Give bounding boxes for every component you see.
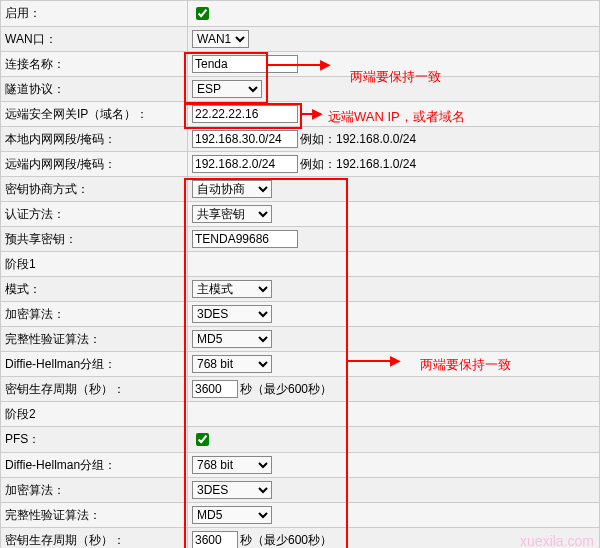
- label-tunnel-proto: 隧道协议：: [1, 77, 188, 102]
- select-dh-group[interactable]: 768 bit: [192, 355, 272, 373]
- select-enc-algo[interactable]: 3DES: [192, 305, 272, 323]
- label-enc-algo2: 加密算法：: [1, 478, 188, 503]
- label-local-net: 本地内网网段/掩码：: [1, 127, 188, 152]
- hint-remote-net: 例如：192.168.1.0/24: [300, 157, 416, 171]
- label-phase1: 阶段1: [1, 252, 188, 277]
- input-remote-net[interactable]: [192, 155, 298, 173]
- label-dh-group: Diffie-Hellman分组：: [1, 352, 188, 377]
- label-enc-algo: 加密算法：: [1, 302, 188, 327]
- hint-key-life2: 秒（最少600秒）: [240, 533, 332, 547]
- input-key-life[interactable]: [192, 380, 238, 398]
- checkbox-pfs[interactable]: [196, 433, 209, 446]
- label-remote-net: 远端内网网段/掩码：: [1, 152, 188, 177]
- select-key-nego[interactable]: 自动协商: [192, 180, 272, 198]
- select-hash-algo2[interactable]: MD5: [192, 506, 272, 524]
- label-wan: WAN口：: [1, 27, 188, 52]
- checkbox-enable[interactable]: [196, 7, 209, 20]
- label-psk: 预共享密钥：: [1, 227, 188, 252]
- label-hash-algo2: 完整性验证算法：: [1, 503, 188, 528]
- input-remote-gw[interactable]: [192, 105, 298, 123]
- select-hash-algo[interactable]: MD5: [192, 330, 272, 348]
- label-remote-gw: 远端安全网关IP（域名）：: [1, 102, 188, 127]
- label-mode: 模式：: [1, 277, 188, 302]
- label-pfs: PFS：: [1, 427, 188, 453]
- hint-key-life: 秒（最少600秒）: [240, 382, 332, 396]
- label-enable: 启用：: [1, 1, 188, 27]
- label-phase2: 阶段2: [1, 402, 188, 427]
- input-local-net[interactable]: [192, 130, 298, 148]
- select-mode[interactable]: 主模式: [192, 280, 272, 298]
- watermark: xuexila.com: [520, 533, 594, 548]
- select-auth-method[interactable]: 共享密钥: [192, 205, 272, 223]
- hint-local-net: 例如：192.168.0.0/24: [300, 132, 416, 146]
- label-hash-algo: 完整性验证算法：: [1, 327, 188, 352]
- select-tunnel-proto[interactable]: ESP: [192, 80, 262, 98]
- label-auth-method: 认证方法：: [1, 202, 188, 227]
- config-table: 启用： WAN口： WAN1 连接名称： 隧道协议： ESP 远端安全网关IP（…: [0, 0, 600, 548]
- label-key-life: 密钥生存周期（秒）：: [1, 377, 188, 402]
- input-key-life2[interactable]: [192, 531, 238, 548]
- select-dh-group2[interactable]: 768 bit: [192, 456, 272, 474]
- label-key-nego: 密钥协商方式：: [1, 177, 188, 202]
- input-psk[interactable]: [192, 230, 298, 248]
- select-enc-algo2[interactable]: 3DES: [192, 481, 272, 499]
- select-wan[interactable]: WAN1: [192, 30, 249, 48]
- label-conn-name: 连接名称：: [1, 52, 188, 77]
- label-dh-group2: Diffie-Hellman分组：: [1, 453, 188, 478]
- label-key-life2: 密钥生存周期（秒）：: [1, 528, 188, 549]
- input-conn-name[interactable]: [192, 55, 298, 73]
